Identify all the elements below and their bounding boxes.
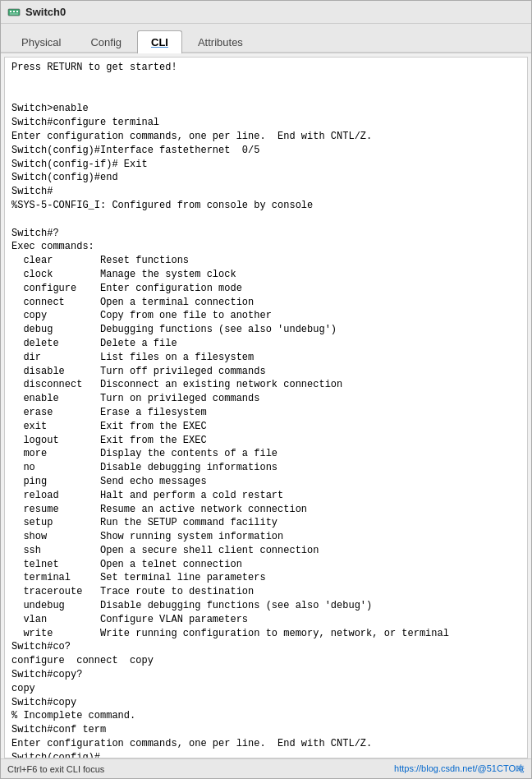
window-title: Switch0 <box>25 6 66 18</box>
main-window: Switch0 Physical Config CLI Attributes P… <box>0 0 532 779</box>
tab-config[interactable]: Config <box>76 30 135 53</box>
cli-content: Press RETURN to get started! Switch>enab… <box>5 58 527 758</box>
svg-rect-2 <box>13 11 15 12</box>
title-bar: Switch0 <box>1 1 531 24</box>
svg-rect-3 <box>16 11 18 12</box>
status-right: https://blog.csdn.net/@51CTO唵 <box>394 763 525 775</box>
cli-area[interactable]: Press RETURN to get started! Switch>enab… <box>4 57 528 758</box>
tab-cli[interactable]: CLI <box>137 30 182 53</box>
status-left: Ctrl+F6 to exit CLI focus <box>7 764 104 774</box>
tab-bar: Physical Config CLI Attributes <box>1 24 531 53</box>
tab-attributes[interactable]: Attributes <box>184 30 257 53</box>
tab-physical[interactable]: Physical <box>7 30 75 53</box>
switch-icon <box>7 6 21 19</box>
status-bar: Ctrl+F6 to exit CLI focus https://blog.c… <box>1 758 531 778</box>
svg-rect-1 <box>10 11 11 12</box>
